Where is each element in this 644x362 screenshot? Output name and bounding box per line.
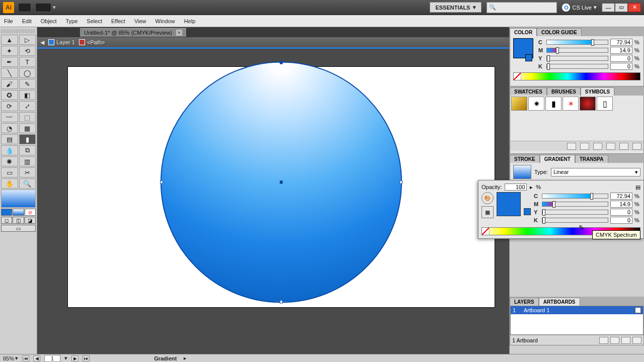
color-mode-button[interactable] [1,209,12,216]
gradient-preview[interactable] [513,165,531,179]
symbol-sprayer-tool[interactable]: ✺ [1,156,18,166]
menu-effect[interactable]: Effect [111,18,125,24]
artboard-row[interactable]: 1 Artboard 1 [511,306,643,314]
layer-chip[interactable]: Layer 1 [48,39,75,45]
artboard-options-icon[interactable] [635,307,641,313]
blend-tool[interactable]: ⧉ [19,145,36,155]
color-models-icon[interactable]: 🎨 [481,192,494,204]
tab-color-guide[interactable]: COLOR GUIDE [537,28,582,36]
screen-mode-button[interactable]: ▭ [1,225,36,232]
next-artboard-button[interactable]: ▶ [71,355,78,361]
stop-color-preview[interactable] [497,192,521,216]
dropdown-icon[interactable]: ▾ [64,355,67,361]
symbol-sphere-icon[interactable] [580,97,596,111]
direct-selection-tool[interactable]: ▷ [19,35,36,45]
move-down-icon[interactable] [610,337,619,344]
menu-select[interactable]: Select [87,18,102,24]
anchor-left[interactable] [160,180,163,184]
menu-file[interactable]: File [4,18,13,24]
toolbox-grip[interactable] [1,29,36,33]
document-tab[interactable]: Untitled-1* @ 85% (CMYK/Preview) × [80,28,186,37]
eraser-tool[interactable]: ◧ [19,90,36,100]
path-chip[interactable]: <Path> [79,39,105,45]
c-value[interactable]: 72.94 [610,39,632,46]
artboard-tool[interactable]: ▭ [1,167,18,177]
tab-color[interactable]: COLOR [510,28,537,36]
first-artboard-button[interactable]: ⏮ [22,355,29,361]
shape-builder-tool[interactable]: ◔ [1,123,18,133]
draw-behind-button[interactable]: ◫ [13,217,24,224]
artboard-nav-field[interactable]: 1 [44,355,60,362]
delete-artboard-icon[interactable] [632,337,641,344]
delete-symbol-icon[interactable] [632,143,641,150]
tab-artboards[interactable]: ARTBOARDS [539,298,580,306]
line-tool[interactable]: ╲ [1,68,18,78]
gradient-type-select[interactable]: Linear▾ [551,168,640,176]
symbol-library-icon[interactable] [567,143,576,150]
workspace-switcher[interactable]: ESSENTIALS▾ [430,2,481,13]
none-mode-button[interactable]: ⊘ [25,209,36,216]
anchor-right[interactable] [399,180,403,184]
width-tool[interactable]: 〰 [1,112,18,122]
m-value[interactable]: 14.9 [610,47,632,54]
menu-edit[interactable]: Edit [22,18,32,24]
minimize-button[interactable]: — [602,3,615,12]
popup-c-slider[interactable] [542,194,608,199]
swatches-grid-icon[interactable]: ▦ [481,206,494,218]
symbol-strip-icon[interactable]: ▯ [597,97,613,111]
perspective-tool[interactable]: ▦ [19,123,36,133]
y-slider[interactable] [546,56,608,61]
popup-k-slider[interactable] [542,218,608,223]
new-symbol-icon[interactable] [619,143,628,150]
symbol-tape-icon[interactable]: ▮ [545,97,561,111]
c-slider[interactable] [546,40,608,45]
new-artboard-icon[interactable] [621,337,630,344]
cs-live-button[interactable]: OCS Live▾ [562,4,597,12]
close-tab-icon[interactable]: × [176,30,182,36]
nav-arrow-icon[interactable]: ◀ [40,39,44,46]
popup-k-value[interactable] [610,217,632,224]
eyedropper-tool[interactable]: 💧 [1,145,18,155]
shape-tool[interactable]: ◯ [19,68,36,78]
close-button[interactable]: ✕ [628,3,641,12]
k-value[interactable]: 0 [610,63,632,70]
menu-view[interactable]: View [134,18,146,24]
mesh-tool[interactable]: ▤ [1,134,18,144]
place-symbol-icon[interactable] [580,143,589,150]
selection-tool[interactable]: ▲ [1,35,18,45]
magic-wand-tool[interactable]: ✦ [1,46,18,56]
search-field[interactable]: 🔍 [487,2,557,13]
arrange-documents-button[interactable] [35,3,51,12]
lasso-tool[interactable]: ⟲ [19,46,36,56]
popup-m-value[interactable] [610,201,632,208]
blob-brush-tool[interactable]: ✪ [1,90,18,100]
menu-window[interactable]: Window [155,18,175,24]
fill-stroke-swatch[interactable] [1,190,36,208]
graph-tool[interactable]: ▥ [19,156,36,166]
menu-help[interactable]: Help [184,18,196,24]
maximize-button[interactable]: ▭ [615,3,628,12]
break-link-icon[interactable] [593,143,602,150]
zoom-field[interactable]: 85% ▾ [3,355,18,361]
k-slider[interactable] [546,64,608,69]
gradient-circle-shape[interactable] [160,61,402,303]
move-up-icon[interactable] [599,337,608,344]
anchor-top[interactable] [280,61,283,64]
menu-object[interactable]: Object [41,18,57,24]
stop-proxy-swatch[interactable] [524,208,531,215]
tab-swatches[interactable]: SWATCHES [510,87,547,96]
popup-y-slider[interactable] [542,210,608,215]
popup-y-value[interactable] [610,209,632,216]
zoom-tool[interactable]: 🔍 [19,178,36,189]
stroke-swatch[interactable] [525,54,532,61]
draw-inside-button[interactable]: ◪ [25,217,36,224]
symbol-fox-icon[interactable]: ✶ [562,97,579,111]
opacity-field[interactable] [505,184,527,191]
gradient-tool[interactable]: ▮ [19,134,36,144]
slice-tool[interactable]: ✂ [19,167,36,177]
hand-tool[interactable]: ✋ [1,178,18,189]
last-artboard-button[interactable]: ⏭ [83,355,90,361]
tab-symbols[interactable]: SYMBOLS [581,87,614,96]
status-menu-icon[interactable]: ▸ [184,355,187,361]
pencil-tool[interactable]: ✎ [19,79,36,89]
